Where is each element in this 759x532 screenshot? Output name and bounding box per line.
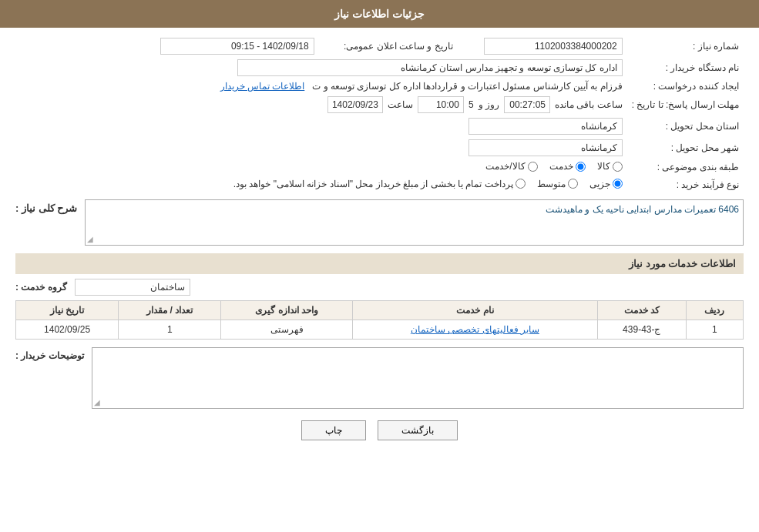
province-delivery-value: کرمانشاه	[468, 118, 623, 135]
buyer-desc-label: توضیحات خریدار :	[15, 347, 84, 361]
radio-kala-label: کالا	[597, 161, 610, 172]
col-service-code: کد خدمت	[597, 301, 686, 320]
radio-mota-vaset[interactable]: متوسط	[537, 179, 578, 189]
pub-date-label: تاریخ و ساعت اعلان عمومی:	[319, 35, 458, 57]
city-delivery-label: شهر محل تحویل :	[627, 137, 744, 159]
back-button[interactable]: بازگشت	[378, 420, 458, 440]
cell-unit: فهرستی	[221, 320, 353, 340]
radio-mota-vaset-input[interactable]	[568, 179, 578, 189]
pub-date-value: 1402/09/18 - 09:15	[160, 38, 314, 55]
day-label: روز و	[479, 99, 499, 110]
date-value: 1402/09/23	[327, 96, 383, 113]
remaining-label: ساعت باقی مانده	[555, 99, 623, 110]
services-table: ردیف کد خدمت نام خدمت واحد اندازه گیری ت…	[15, 300, 744, 340]
col-quantity: تعداد / مقدار	[119, 301, 221, 320]
radio-jozei[interactable]: جزیی	[589, 179, 623, 189]
radio-full-label: پرداخت تمام یا بخشی از مبلغ خریداز محل "…	[233, 179, 513, 189]
group-service-value: ساختمان	[75, 279, 190, 296]
cell-service-code: ج-43-439	[597, 320, 686, 340]
day-value: 5	[468, 99, 474, 110]
radio-kala-khedmat-input[interactable]	[528, 162, 538, 172]
tender-number-label: شماره نیاز :	[627, 35, 744, 57]
category-label: طبقه بندی موضوعی :	[627, 159, 744, 176]
city-delivery-value: کرمانشاه	[468, 139, 623, 156]
table-row: 1 ج-43-439 سایر فعالیتهای تخصصی ساختمان …	[16, 320, 744, 340]
radio-mota-vaset-label: متوسط	[537, 179, 566, 189]
group-service-label: گروه خدمت :	[15, 282, 67, 293]
radio-full[interactable]: پرداخت تمام یا بخشی از مبلغ خریداز محل "…	[233, 179, 526, 189]
page-title: جزئیات اطلاعات نیاز	[334, 8, 425, 20]
buttons-row: بازگشت چاپ	[15, 420, 744, 440]
buyer-org-label: نام دستگاه خریدار :	[627, 57, 744, 79]
radio-kala[interactable]: کالا	[597, 161, 623, 172]
services-section-header: اطلاعات خدمات مورد نیاز	[15, 253, 744, 274]
radio-khedmat-label: خدمت	[549, 161, 573, 172]
purchase-type-label: نوع فرآیند خرید :	[627, 176, 744, 194]
radio-khedmat-input[interactable]	[576, 162, 586, 172]
col-date: تاریخ نیاز	[16, 301, 119, 320]
description-box: 6406 تعمیرات مدارس ابتدایی ناحیه یک و ما…	[85, 199, 744, 246]
group-service-row: گروه خدمت : ساختمان	[15, 279, 744, 296]
tender-number-value: 1102003384000202	[484, 38, 623, 55]
cell-date: 1402/09/25	[16, 320, 119, 340]
description-section-label: شرح کلی نیاز :	[15, 199, 77, 217]
radio-kala-khedmat-label: کالا/خدمت	[485, 161, 525, 172]
created-by-value: فرزام به آیین کارشناس مسئول اعتبارات و ق…	[312, 81, 622, 92]
buyer-org-value: اداره کل توسازی توسعه و تجهیز مدارس استا…	[237, 59, 623, 76]
time-value: 10:00	[418, 96, 464, 113]
col-unit: واحد اندازه گیری	[221, 301, 353, 320]
cell-quantity: 1	[119, 320, 221, 340]
col-service-name: نام خدمت	[352, 301, 597, 320]
time-label: ساعت	[388, 99, 413, 110]
cell-service-name[interactable]: سایر فعالیتهای تخصصی ساختمان	[352, 320, 597, 340]
cell-row-num: 1	[686, 320, 743, 340]
radio-jozei-label: جزیی	[589, 179, 610, 189]
purchase-type-radio-group: پرداخت تمام یا بخشی از مبلغ خریداز محل "…	[233, 179, 623, 189]
deadline-label: مهلت ارسال پاسخ: تا تاریخ :	[627, 94, 744, 115]
buyer-desc-box: ◢	[92, 347, 744, 409]
radio-kala-input[interactable]	[613, 162, 623, 172]
print-button[interactable]: چاپ	[301, 420, 366, 440]
description-value: 6406 تعمیرات مدارس ابتدایی ناحیه یک و ما…	[546, 204, 739, 215]
created-by-label: ایجاد کننده درخواست :	[627, 79, 744, 94]
col-row-num: ردیف	[686, 301, 743, 320]
radio-khedmat[interactable]: خدمت	[549, 161, 586, 172]
remaining-value: 00:27:05	[504, 96, 550, 113]
radio-full-input[interactable]	[516, 179, 526, 189]
resize-handle[interactable]: ◢	[87, 235, 93, 243]
province-delivery-label: استان محل تحویل :	[627, 115, 744, 137]
page-header: جزئیات اطلاعات نیاز	[0, 0, 759, 28]
radio-kala-khedmat[interactable]: کالا/خدمت	[485, 161, 537, 172]
buyer-resize-handle[interactable]: ◢	[94, 398, 100, 407]
radio-jozei-input[interactable]	[613, 179, 623, 189]
category-radio-group: کالا/خدمت خدمت کالا	[485, 161, 622, 172]
contact-info-link[interactable]: اطلاعات تماس خریدار	[220, 81, 305, 92]
